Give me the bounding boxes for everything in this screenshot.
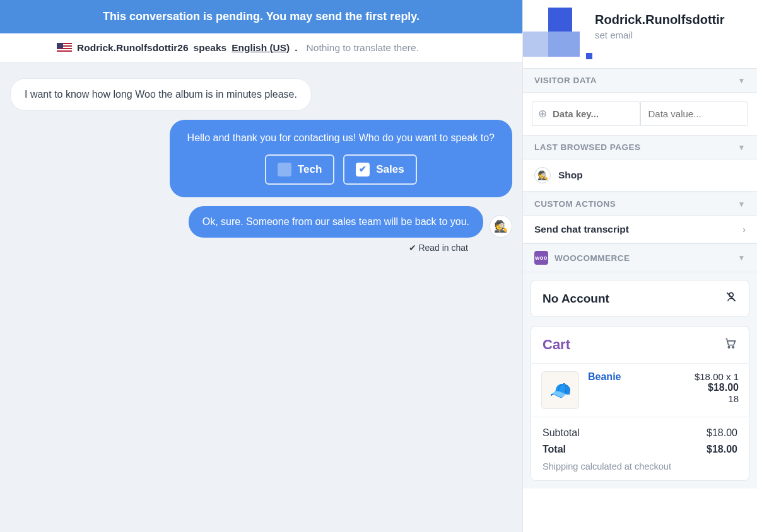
- product-name[interactable]: Beanie: [588, 371, 621, 383]
- agent-message: Hello and thank you for contacting us! W…: [170, 120, 512, 197]
- chevron-down-icon: ▼: [738, 253, 746, 262]
- item-prices: $18.00 x 1 $18.00 18: [695, 371, 739, 409]
- section-title: VISITOR DATA: [534, 76, 597, 85]
- choice-sales-button[interactable]: ✔ Sales: [343, 154, 416, 185]
- choice-tech-button[interactable]: Tech: [265, 154, 334, 185]
- section-title: CUSTOM ACTIONS: [534, 199, 616, 209]
- section-last-browsed[interactable]: LAST BROWSED PAGES ▼: [523, 135, 757, 159]
- cart-item[interactable]: 🧢 Beanie $18.00 x 1 $18.00 18: [531, 363, 749, 417]
- shop-icon: 🕵️: [534, 167, 551, 183]
- subtotal-label: Subtotal: [543, 427, 580, 439]
- choice-label: Tech: [298, 162, 322, 177]
- no-account-label: No Account: [543, 292, 609, 306]
- browsed-page-label: Shop: [558, 170, 583, 181]
- choice-row: Tech ✔ Sales: [187, 154, 495, 185]
- visitor-name: Rodrick.Runolfsdottir26: [77, 42, 189, 54]
- action-label: Send chat transcript: [534, 224, 629, 235]
- product-thumb-icon: 🧢: [541, 371, 579, 409]
- message-row: Ok, sure. Someone from our sales team wi…: [10, 206, 512, 238]
- section-title: WOOCOMMERCE: [555, 253, 630, 263]
- agent-message: Ok, sure. Someone from our sales team wi…: [189, 206, 483, 238]
- profile-header: Rodrick.Runolfsdottir set email: [523, 0, 757, 68]
- pending-banner: This conversation is pending. You may se…: [0, 0, 522, 33]
- send-transcript-action[interactable]: Send chat transcript ›: [523, 216, 757, 243]
- chevron-down-icon: ▼: [738, 76, 746, 85]
- sidebar: Rodrick.Runolfsdottir set email VISITOR …: [522, 0, 757, 532]
- data-key-input[interactable]: [532, 101, 640, 126]
- messages-area[interactable]: I want to know how long Woo the album is…: [0, 63, 522, 532]
- woocommerce-icon: woo: [534, 251, 548, 265]
- section-custom-actions[interactable]: CUSTOM ACTIONS ▼: [523, 192, 757, 216]
- chevron-down-icon: ▼: [738, 200, 746, 209]
- visitor-data-inputs: ⊕: [523, 93, 757, 135]
- total-value: $18.00: [707, 444, 737, 455]
- speaks-label: speaks: [194, 42, 227, 54]
- translate-bar: Rodrick.Runolfsdottir26 speaks English (…: [0, 33, 522, 63]
- plus-circle-icon: ⊕: [538, 107, 547, 120]
- visitor-language[interactable]: English (US): [232, 42, 290, 54]
- item-line-total: $18.00: [695, 382, 739, 393]
- visitor-message: I want to know how long Woo the album is…: [10, 78, 312, 111]
- item-unit-price: $18.00 x 1: [695, 371, 739, 382]
- shipping-note: Shipping calculated at checkout: [543, 461, 737, 471]
- translate-note: Nothing to translate there.: [307, 42, 419, 54]
- message-row: I want to know how long Woo the album is…: [10, 78, 512, 111]
- woocommerce-panel: No Account Cart 🧢 Beanie $18.00 x 1: [523, 272, 757, 489]
- cart-totals: Subtotal $18.00 Total $18.00 Shipping ca…: [531, 417, 749, 480]
- checkbox-checked-icon: ✔: [356, 163, 370, 176]
- svg-point-2: [728, 346, 730, 348]
- data-value-input[interactable]: [640, 101, 749, 126]
- section-woocommerce[interactable]: woo WOOCOMMERCE ▼: [523, 243, 757, 272]
- us-flag-icon: [57, 43, 72, 53]
- subtotal-value: $18.00: [707, 427, 737, 439]
- agent-avatar-icon: 🕵️: [490, 215, 512, 238]
- person-off-icon: [725, 291, 737, 306]
- svg-point-3: [732, 346, 734, 348]
- item-qty: 18: [695, 393, 739, 404]
- read-status: Read in chat: [10, 243, 512, 253]
- avatar-icon: [523, 0, 586, 63]
- cart-card: Cart 🧢 Beanie $18.00 x 1 $18.00 18 Subt: [531, 326, 749, 481]
- set-email-link[interactable]: set email: [595, 30, 725, 40]
- total-label: Total: [543, 444, 566, 455]
- chevron-down-icon: ▼: [738, 143, 746, 152]
- section-visitor-data[interactable]: VISITOR DATA ▼: [523, 68, 757, 93]
- cart-title: Cart: [543, 337, 570, 353]
- choice-label: Sales: [376, 162, 404, 177]
- checkbox-icon: [278, 163, 291, 176]
- profile-name: Rodrick.Runolfsdottir: [595, 0, 725, 27]
- browsed-page-item[interactable]: 🕵️ Shop: [523, 159, 757, 192]
- cart-icon: [724, 337, 737, 353]
- chevron-right-icon: ›: [742, 224, 746, 234]
- chat-pane: This conversation is pending. You may se…: [0, 0, 522, 532]
- section-title: LAST BROWSED PAGES: [534, 142, 641, 152]
- agent-message-text: Hello and thank you for contacting us! W…: [187, 131, 495, 145]
- account-card: No Account: [531, 280, 749, 317]
- message-row: Hello and thank you for contacting us! W…: [10, 120, 512, 197]
